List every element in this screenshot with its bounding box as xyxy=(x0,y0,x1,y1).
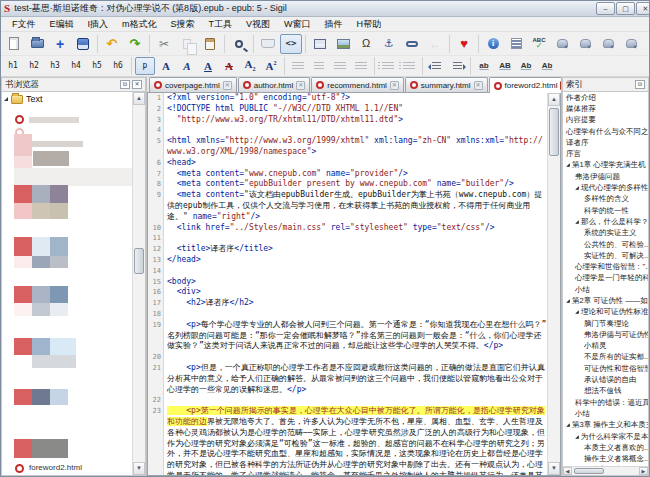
special-character-button[interactable]: Ω xyxy=(355,34,377,54)
outdent-button[interactable] xyxy=(426,57,446,75)
scroll-thumb[interactable] xyxy=(134,248,144,274)
bold-button[interactable]: A xyxy=(156,57,176,75)
toc-list[interactable]: 作者介绍媒体推荐内容提要心理学有什么与众不同之处译者序序言第1章 心理学充满生机… xyxy=(562,92,649,476)
menu-F文件[interactable]: F文件 xyxy=(5,17,43,32)
code-line[interactable]: 16 <div> xyxy=(148,287,547,298)
heading-h4-button[interactable]: h4 xyxy=(66,57,86,75)
indent-button[interactable] xyxy=(447,57,467,75)
toc-item[interactable]: 想法不值钱 xyxy=(563,386,648,397)
menu-H帮助[interactable]: H帮助 xyxy=(350,17,389,32)
open-file-button[interactable] xyxy=(26,34,48,54)
float-panel-button[interactable]: ⧉ xyxy=(635,80,645,89)
scroll-left-arrow[interactable]: ◀ xyxy=(563,467,572,475)
float-panel-button[interactable]: ⧉ xyxy=(120,80,130,89)
heading-h6-button[interactable]: h6 xyxy=(108,57,128,75)
code-line[interactable]: 9 <meta content="该文档由epubBuilder生成。epubB… xyxy=(148,190,547,222)
expand-arrow-icon[interactable] xyxy=(575,186,579,190)
clip-3-button[interactable] xyxy=(597,34,619,54)
code-line[interactable]: 13</head> xyxy=(148,255,547,266)
expand-arrow-icon[interactable] xyxy=(575,435,579,439)
toc-item[interactable]: 第2章 可证伪性 ——如... xyxy=(563,295,648,306)
underline-button[interactable]: A xyxy=(198,57,218,75)
tab-author.html[interactable]: author.html✕ xyxy=(238,77,311,92)
clip-1-button[interactable] xyxy=(551,34,573,54)
toc-item[interactable]: 科学的统一性 xyxy=(563,205,648,216)
metadata-editor-button[interactable]: i xyxy=(482,34,504,54)
new-file-button[interactable] xyxy=(3,34,25,54)
code-line[interactable]: 17 <h2>译者序</h2> xyxy=(148,298,547,309)
toc-item[interactable]: 多样性的含义 xyxy=(563,194,648,205)
toc-item[interactable]: 作者介绍 xyxy=(563,92,648,103)
toc-item[interactable]: 心理学是一门年轻的科学 xyxy=(563,273,648,284)
code-line[interactable]: 2<!DOCTYPE html PUBLIC "-//W3C//DTD XHTM… xyxy=(148,104,547,115)
toc-item[interactable]: 不是所有的证实都... xyxy=(563,352,648,363)
case-button-3[interactable]: Ab xyxy=(537,57,557,75)
toc-item[interactable]: 序言 xyxy=(563,148,648,159)
toc-item[interactable]: 脑门节奏理论 xyxy=(563,318,648,329)
insert-link-button[interactable] xyxy=(401,34,423,54)
find-button[interactable] xyxy=(228,34,250,54)
toc-item[interactable]: 承认错误的自由 xyxy=(563,374,648,385)
scroll-down-arrow[interactable]: ▼ xyxy=(548,462,560,475)
toc-item[interactable]: 系统的实证主义 xyxy=(563,228,648,239)
code-line[interactable]: 22 xyxy=(148,395,547,406)
clip-5-button[interactable] xyxy=(643,34,650,54)
code-line[interactable]: 6<head> xyxy=(148,158,547,169)
menu-插件[interactable]: 插件 xyxy=(318,17,350,32)
editor-scrollbar[interactable]: ▲ ▼ xyxy=(547,93,560,475)
code-line[interactable]: 3 "http://www.w3.org/TR/xhtml11/DTD/xhtm… xyxy=(148,115,547,126)
align-right-button[interactable] xyxy=(330,57,350,75)
align-left-button[interactable] xyxy=(288,57,308,75)
toc-item[interactable]: 译者序 xyxy=(563,137,648,148)
close-panel-button[interactable]: ✕ xyxy=(132,80,142,89)
code-line[interactable]: 11 xyxy=(148,233,547,244)
toc-item[interactable]: 弗洛伊德与可证伪性 xyxy=(563,329,648,340)
book-browser-scrollbar[interactable]: ▲ ▼ xyxy=(132,92,145,475)
scroll-up-arrow[interactable]: ▲ xyxy=(133,92,145,105)
align-justify-button[interactable] xyxy=(351,57,371,75)
menu-V视图[interactable]: V视图 xyxy=(239,17,277,32)
toc-item[interactable]: 小精灵 xyxy=(563,341,648,352)
code-line[interactable]: 20 xyxy=(148,352,547,363)
copy-button[interactable] xyxy=(176,34,198,54)
menu-W窗口[interactable]: W窗口 xyxy=(277,17,318,32)
numbered-list-button[interactable] xyxy=(399,57,419,75)
menu-I插入[interactable]: I插入 xyxy=(81,17,116,32)
tab-close-icon[interactable]: ✕ xyxy=(390,81,399,90)
redo-button[interactable]: ↷ xyxy=(124,34,146,54)
title-bar[interactable]: S test-基思·斯坦诺维奇：对伪心理学说不 (第8版).epub - epu… xyxy=(1,1,649,17)
save-button[interactable] xyxy=(72,34,94,54)
toc-item[interactable]: 小结 xyxy=(563,408,648,419)
tree-item-foreword2[interactable]: foreword2.html xyxy=(29,463,82,472)
toc-item[interactable]: 科学中的错误：逼近真理 xyxy=(563,397,648,408)
toc-item[interactable]: 心理学有什么与众不同之处 xyxy=(563,126,648,137)
tab-recommend.html[interactable]: recommend.html✕ xyxy=(311,77,404,92)
split-view-button[interactable] xyxy=(309,34,331,54)
code-line[interactable]: 18 xyxy=(148,309,547,320)
insert-id-button[interactable]: ⚓ xyxy=(378,34,400,54)
heading-h5-button[interactable]: h5 xyxy=(87,57,107,75)
code-line[interactable]: 19 <p>每个学心理学专业的人都会被人问到三个问题。第一个通常是：“你知道我现… xyxy=(148,320,547,352)
toc-item[interactable]: 为什么科学家不是本质... xyxy=(563,431,648,442)
code-line[interactable]: 12 <title>译者序</title> xyxy=(148,244,547,255)
scroll-thumb[interactable] xyxy=(549,108,559,156)
case-button-1[interactable]: AB xyxy=(495,57,515,75)
scroll-thumb[interactable] xyxy=(574,468,604,474)
expand-arrow-icon[interactable] xyxy=(566,164,570,168)
toc-item[interactable]: 媒体推荐 xyxy=(563,103,648,114)
toc-item[interactable]: 公共性的、可检验... xyxy=(563,239,648,250)
italic-button[interactable]: A xyxy=(177,57,197,75)
expand-arrow-icon[interactable] xyxy=(4,97,8,101)
book-view-button[interactable] xyxy=(257,34,279,54)
toc-item[interactable]: 现代心理学的多样性 xyxy=(563,182,648,193)
expand-arrow-icon[interactable] xyxy=(575,220,579,224)
maximize-button[interactable]: ▢ xyxy=(616,2,635,15)
toc-horizontal-scrollbar[interactable]: ◀ ▶ xyxy=(563,466,648,475)
scroll-track[interactable] xyxy=(133,105,145,462)
text-folder-row[interactable]: Text xyxy=(4,93,43,105)
tab-summary.html[interactable]: summary.html✕ xyxy=(405,77,488,92)
expand-arrow-icon[interactable] xyxy=(566,423,570,427)
scroll-up-arrow[interactable]: ▲ xyxy=(548,93,560,106)
toc-item[interactable]: 第1章 心理学充满生机（... xyxy=(563,160,648,171)
strike-button[interactable]: A xyxy=(219,57,239,75)
